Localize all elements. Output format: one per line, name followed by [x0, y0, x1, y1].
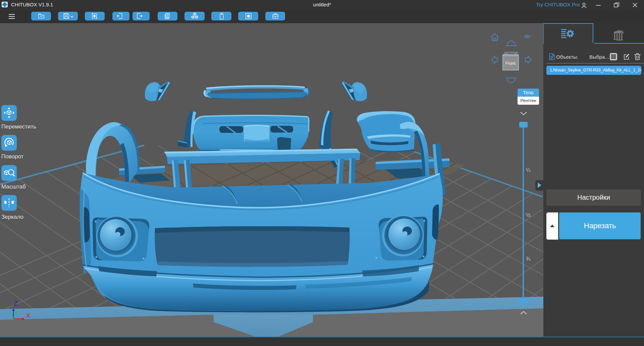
svg-text:Z: Z [14, 300, 18, 307]
svg-text:Front: Front [505, 61, 516, 66]
svg-text:X: X [26, 312, 30, 319]
svg-text:Y: Y [14, 310, 18, 317]
